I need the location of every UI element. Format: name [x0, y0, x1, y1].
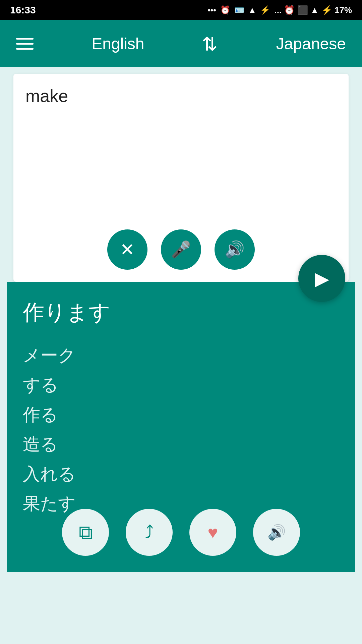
battery-icon: ⚡ — [260, 5, 270, 15]
target-language-selector[interactable]: Japanese — [276, 35, 346, 53]
status-icons: ••• ⏰ 🪪 ▲ ⚡ ... ⏰ ⬛ ▲ ⚡ 17% — [207, 5, 352, 15]
alternative-translations: メーク する 作る 造る 入れる 果たす — [23, 340, 339, 518]
copy-icon: ⧉ — [79, 521, 93, 544]
clear-button[interactable] — [107, 229, 147, 270]
header-toolbar: English ⇄ Japanese — [0, 20, 362, 67]
alt-3: 作る — [23, 405, 58, 424]
primary-translation: 作ります — [23, 298, 339, 327]
source-text[interactable]: make — [25, 86, 337, 186]
heart-icon: ♥ — [208, 522, 218, 542]
share-icon: ⤴ — [145, 522, 154, 542]
favorite-button[interactable]: ♥ — [189, 509, 236, 556]
translate-button[interactable]: ▶ — [298, 255, 345, 302]
listen-result-button[interactable]: 🔊 — [253, 509, 300, 556]
input-actions: 🎤 🔊 — [107, 229, 255, 270]
sim-icon: 🪪 — [234, 5, 244, 15]
status-time: 16:33 — [10, 4, 36, 16]
input-area: make 🎤 🔊 — [13, 74, 349, 282]
alt-5: 入れる — [23, 464, 76, 484]
menu-button[interactable] — [16, 38, 34, 50]
network-icon: ▲ — [248, 5, 256, 15]
mic-icon: 🎤 — [171, 240, 191, 259]
alt-2: する — [23, 375, 58, 394]
close-icon — [120, 239, 135, 260]
alarm-icon: ⏰ — [220, 5, 230, 15]
sound-icon: 🔊 — [267, 524, 286, 541]
send-icon: ▶ — [315, 268, 329, 289]
microphone-button[interactable]: 🎤 — [161, 229, 201, 270]
alt-1: メーク — [23, 345, 76, 365]
alt-4: 造る — [23, 434, 58, 454]
battery-percent: ... ⏰ ⬛ ▲ ⚡ 17% — [274, 5, 352, 15]
result-area: 作ります メーク する 作る 造る 入れる 果たす ⧉ ⤴ ♥ 🔊 — [7, 282, 355, 572]
swap-languages-button[interactable]: ⇄ — [199, 36, 221, 52]
source-language-selector[interactable]: English — [92, 35, 144, 53]
speaker-icon: 🔊 — [225, 240, 245, 259]
result-actions: ⧉ ⤴ ♥ 🔊 — [62, 509, 300, 556]
signal-dots: ••• — [207, 5, 216, 15]
share-button[interactable]: ⤴ — [126, 509, 173, 556]
copy-button[interactable]: ⧉ — [62, 509, 109, 556]
listen-source-button[interactable]: 🔊 — [215, 229, 255, 270]
status-bar: 16:33 ••• ⏰ 🪪 ▲ ⚡ ... ⏰ ⬛ ▲ ⚡ 17% — [0, 0, 362, 20]
input-wrapper: make 🎤 🔊 ▶ — [7, 74, 355, 282]
